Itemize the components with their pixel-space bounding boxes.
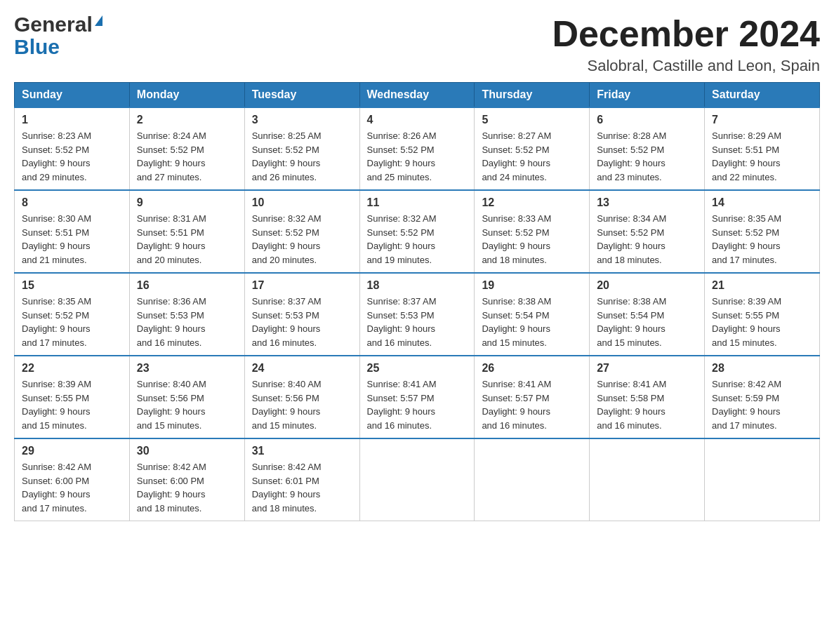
day-number: 6 (597, 114, 697, 126)
day-info: Sunrise: 8:27 AM Sunset: 5:52 PM Dayligh… (482, 129, 582, 184)
calendar-cell: 28 Sunrise: 8:42 AM Sunset: 5:59 PM Dayl… (705, 356, 820, 438)
calendar-cell: 30 Sunrise: 8:42 AM Sunset: 6:00 PM Dayl… (129, 438, 244, 521)
day-info: Sunrise: 8:32 AM Sunset: 5:52 PM Dayligh… (252, 212, 352, 267)
day-number: 22 (22, 362, 122, 375)
day-info: Sunrise: 8:36 AM Sunset: 5:53 PM Dayligh… (137, 295, 237, 349)
day-info: Sunrise: 8:38 AM Sunset: 5:54 PM Dayligh… (597, 295, 697, 349)
calendar-cell: 27 Sunrise: 8:41 AM Sunset: 5:58 PM Dayl… (590, 356, 705, 438)
day-info: Sunrise: 8:40 AM Sunset: 5:56 PM Dayligh… (137, 377, 237, 432)
day-info: Sunrise: 8:32 AM Sunset: 5:52 PM Dayligh… (367, 212, 468, 267)
week-row-3: 15 Sunrise: 8:35 AM Sunset: 5:52 PM Dayl… (15, 273, 820, 356)
day-number: 28 (712, 362, 812, 375)
day-number: 19 (482, 279, 582, 292)
day-info: Sunrise: 8:23 AM Sunset: 5:52 PM Dayligh… (22, 129, 122, 184)
day-info: Sunrise: 8:41 AM Sunset: 5:57 PM Dayligh… (482, 377, 582, 432)
header-wednesday: Wednesday (359, 83, 475, 108)
location-subtitle: Salobral, Castille and Leon, Spain (552, 57, 820, 75)
header-monday: Monday (129, 83, 244, 108)
header-thursday: Thursday (475, 83, 590, 108)
calendar-cell: 2 Sunrise: 8:24 AM Sunset: 5:52 PM Dayli… (129, 107, 244, 190)
calendar-cell: 18 Sunrise: 8:37 AM Sunset: 5:53 PM Dayl… (359, 273, 475, 356)
day-number: 16 (137, 279, 237, 292)
day-info: Sunrise: 8:39 AM Sunset: 5:55 PM Dayligh… (22, 377, 122, 432)
calendar-cell: 1 Sunrise: 8:23 AM Sunset: 5:52 PM Dayli… (15, 107, 130, 190)
calendar-cell: 17 Sunrise: 8:37 AM Sunset: 5:53 PM Dayl… (244, 273, 359, 356)
day-number: 31 (252, 445, 352, 457)
day-number: 5 (482, 114, 582, 126)
calendar-cell: 21 Sunrise: 8:39 AM Sunset: 5:55 PM Dayl… (705, 273, 820, 356)
header-sunday: Sunday (15, 83, 130, 108)
day-number: 11 (367, 196, 468, 209)
day-number: 17 (252, 279, 352, 292)
week-row-2: 8 Sunrise: 8:30 AM Sunset: 5:51 PM Dayli… (15, 190, 820, 273)
header-friday: Friday (590, 83, 705, 108)
calendar-cell: 8 Sunrise: 8:30 AM Sunset: 5:51 PM Dayli… (15, 190, 130, 273)
calendar-table: Sunday Monday Tuesday Wednesday Thursday… (14, 82, 820, 521)
day-info: Sunrise: 8:38 AM Sunset: 5:54 PM Dayligh… (482, 295, 582, 349)
calendar-cell: 14 Sunrise: 8:35 AM Sunset: 5:52 PM Dayl… (705, 190, 820, 273)
day-info: Sunrise: 8:25 AM Sunset: 5:52 PM Dayligh… (252, 129, 352, 184)
calendar-cell: 31 Sunrise: 8:42 AM Sunset: 6:01 PM Dayl… (244, 438, 359, 521)
day-number: 15 (22, 279, 122, 292)
day-info: Sunrise: 8:42 AM Sunset: 5:59 PM Dayligh… (712, 377, 812, 432)
calendar-cell: 9 Sunrise: 8:31 AM Sunset: 5:51 PM Dayli… (129, 190, 244, 273)
day-number: 10 (252, 196, 352, 209)
calendar-cell: 12 Sunrise: 8:33 AM Sunset: 5:52 PM Dayl… (475, 190, 590, 273)
day-info: Sunrise: 8:35 AM Sunset: 5:52 PM Dayligh… (22, 295, 122, 349)
day-info: Sunrise: 8:28 AM Sunset: 5:52 PM Dayligh… (597, 129, 697, 184)
calendar-cell: 15 Sunrise: 8:35 AM Sunset: 5:52 PM Dayl… (15, 273, 130, 356)
calendar-cell (590, 438, 705, 521)
day-info: Sunrise: 8:42 AM Sunset: 6:01 PM Dayligh… (252, 460, 352, 515)
logo-general-text: General (14, 14, 93, 35)
day-number: 25 (367, 362, 468, 375)
day-info: Sunrise: 8:30 AM Sunset: 5:51 PM Dayligh… (22, 212, 122, 267)
header-tuesday: Tuesday (244, 83, 359, 108)
calendar-cell: 6 Sunrise: 8:28 AM Sunset: 5:52 PM Dayli… (590, 107, 705, 190)
week-row-4: 22 Sunrise: 8:39 AM Sunset: 5:55 PM Dayl… (15, 356, 820, 438)
calendar-cell: 22 Sunrise: 8:39 AM Sunset: 5:55 PM Dayl… (15, 356, 130, 438)
page-header: General Blue December 2024 Salobral, Cas… (14, 14, 820, 75)
day-number: 14 (712, 196, 812, 209)
day-number: 24 (252, 362, 352, 375)
weekday-header-row: Sunday Monday Tuesday Wednesday Thursday… (15, 83, 820, 108)
calendar-cell: 23 Sunrise: 8:40 AM Sunset: 5:56 PM Dayl… (129, 356, 244, 438)
day-info: Sunrise: 8:37 AM Sunset: 5:53 PM Dayligh… (252, 295, 352, 349)
header-saturday: Saturday (705, 83, 820, 108)
week-row-1: 1 Sunrise: 8:23 AM Sunset: 5:52 PM Dayli… (15, 107, 820, 190)
day-number: 29 (22, 445, 122, 457)
calendar-cell: 3 Sunrise: 8:25 AM Sunset: 5:52 PM Dayli… (244, 107, 359, 190)
logo-area: General Blue (14, 14, 102, 59)
day-info: Sunrise: 8:31 AM Sunset: 5:51 PM Dayligh… (137, 212, 237, 267)
day-info: Sunrise: 8:41 AM Sunset: 5:58 PM Dayligh… (597, 377, 697, 432)
calendar-cell: 4 Sunrise: 8:26 AM Sunset: 5:52 PM Dayli… (359, 107, 475, 190)
day-info: Sunrise: 8:35 AM Sunset: 5:52 PM Dayligh… (712, 212, 812, 267)
day-info: Sunrise: 8:29 AM Sunset: 5:51 PM Dayligh… (712, 129, 812, 184)
calendar-cell: 16 Sunrise: 8:36 AM Sunset: 5:53 PM Dayl… (129, 273, 244, 356)
logo-triangle-icon (95, 15, 102, 26)
day-number: 20 (597, 279, 697, 292)
logo-blue-text: Blue (14, 35, 60, 58)
calendar-cell (475, 438, 590, 521)
day-number: 4 (367, 114, 468, 126)
calendar-cell: 7 Sunrise: 8:29 AM Sunset: 5:51 PM Dayli… (705, 107, 820, 190)
day-number: 30 (137, 445, 237, 457)
day-info: Sunrise: 8:42 AM Sunset: 6:00 PM Dayligh… (22, 460, 122, 515)
day-info: Sunrise: 8:24 AM Sunset: 5:52 PM Dayligh… (137, 129, 237, 184)
day-info: Sunrise: 8:26 AM Sunset: 5:52 PM Dayligh… (367, 129, 468, 184)
calendar-cell: 25 Sunrise: 8:41 AM Sunset: 5:57 PM Dayl… (359, 356, 475, 438)
day-info: Sunrise: 8:39 AM Sunset: 5:55 PM Dayligh… (712, 295, 812, 349)
day-number: 18 (367, 279, 468, 292)
day-number: 8 (22, 196, 122, 209)
calendar-cell: 19 Sunrise: 8:38 AM Sunset: 5:54 PM Dayl… (475, 273, 590, 356)
day-info: Sunrise: 8:40 AM Sunset: 5:56 PM Dayligh… (252, 377, 352, 432)
calendar-cell: 10 Sunrise: 8:32 AM Sunset: 5:52 PM Dayl… (244, 190, 359, 273)
calendar-cell: 11 Sunrise: 8:32 AM Sunset: 5:52 PM Dayl… (359, 190, 475, 273)
week-row-5: 29 Sunrise: 8:42 AM Sunset: 6:00 PM Dayl… (15, 438, 820, 521)
calendar-cell (359, 438, 475, 521)
day-info: Sunrise: 8:37 AM Sunset: 5:53 PM Dayligh… (367, 295, 468, 349)
day-number: 13 (597, 196, 697, 209)
day-number: 26 (482, 362, 582, 375)
calendar-cell: 5 Sunrise: 8:27 AM Sunset: 5:52 PM Dayli… (475, 107, 590, 190)
day-number: 7 (712, 114, 812, 126)
day-info: Sunrise: 8:33 AM Sunset: 5:52 PM Dayligh… (482, 212, 582, 267)
